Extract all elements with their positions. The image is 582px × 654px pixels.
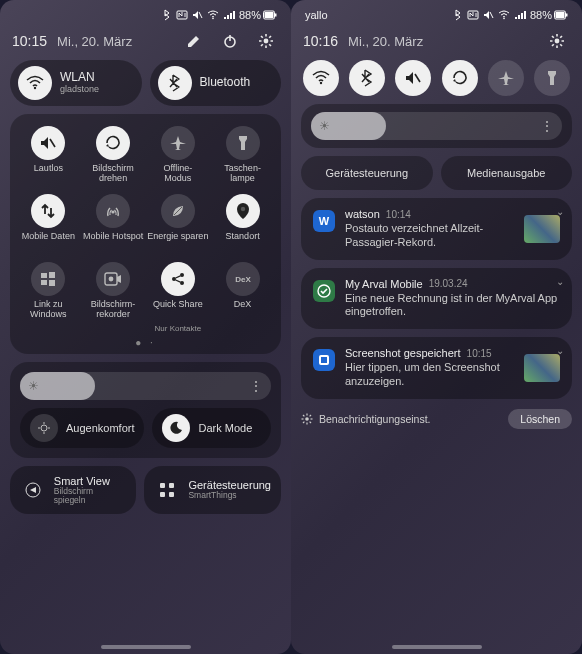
airplane-toggle[interactable] [488,60,524,96]
dark-mode-toggle[interactable]: Dark Mode [152,408,271,448]
header-row: 10:15 Mi., 20. März [10,24,281,58]
eye-comfort-toggle[interactable]: Augenkomfort [20,408,144,448]
moon-icon [162,414,190,442]
bluetooth-icon [158,66,192,100]
power-button[interactable] [217,28,243,54]
nfc-status-icon [176,10,188,20]
leaf-icon [161,194,195,228]
brightness-menu-button[interactable]: ⋮ [540,118,554,134]
settings-button[interactable] [253,28,279,54]
bottom-row: Smart View Bildschirm spiegeln Geräteste… [10,466,281,514]
brightness-panel: ☀ ⋮ [301,104,572,148]
brightness-panel: ☀ ⋮ Augenkomfort Dark Mode [10,362,281,458]
home-indicator[interactable] [392,645,482,649]
qs-item-windows[interactable]: Link zu Windows [16,262,81,333]
notification-thumbnail [524,354,560,382]
qs-item-location[interactable]: Standort [210,194,275,252]
chevron-down-icon[interactable]: ⌄ [556,345,564,356]
status-bar: yallo 88% [301,6,572,24]
device-control-button[interactable]: Gerätesteuerung [301,156,433,190]
qs-item-leaf[interactable]: Energie sparen [146,194,211,252]
svg-line-34 [175,276,180,278]
mute-status-icon [192,10,203,20]
svg-rect-48 [521,13,523,19]
nfc-status-icon [467,10,479,20]
qs-item-airplane[interactable]: Offline-Modus [146,126,211,184]
svg-rect-51 [566,14,568,17]
svg-rect-52 [556,12,565,18]
svg-point-23 [112,210,115,213]
wifi-subtitle: gladstone [60,85,99,95]
svg-rect-6 [233,11,235,19]
header-row: 10:16 Mi., 20. März [301,24,572,58]
bluetooth-toggle[interactable]: Bluetooth [150,60,282,106]
data-icon [31,194,65,228]
settings-button[interactable] [544,28,570,54]
svg-line-18 [269,44,271,46]
qs-item-mute[interactable]: Lautlos [16,126,81,184]
flashlight-toggle[interactable] [534,60,570,96]
svg-line-72 [303,415,304,416]
notification-thumbnail [524,215,560,243]
qs-item-share[interactable]: Quick ShareNur Kontakte [146,262,211,333]
wifi-toggle[interactable]: WLAN gladstone [10,60,142,106]
rotate-toggle[interactable] [442,60,478,96]
media-output-button[interactable]: Medienausgabe [441,156,573,190]
svg-point-24 [240,207,244,211]
device-control-button[interactable]: Gerätesteuerung SmartThings [144,466,281,514]
qs-item-data[interactable]: Mobile Daten [16,194,81,252]
qs-label: Taschen-lampe [224,164,261,184]
rotate-icon [96,126,130,160]
qs-item-flash[interactable]: Taschen-lampe [210,126,275,184]
mute-status-icon [483,10,494,20]
bluetooth-toggle[interactable] [349,60,385,96]
svg-point-30 [109,277,114,282]
notification-time: 19.03.24 [429,278,468,289]
notification-card[interactable]: Wwatson10:14Postauto verzeichnet Allzeit… [301,198,572,260]
svg-line-22 [50,139,55,147]
svg-line-60 [552,44,554,46]
svg-rect-4 [227,15,229,19]
home-indicator[interactable] [101,645,191,649]
svg-line-44 [490,12,493,18]
notification-app: Screenshot gespeichert [345,347,461,359]
edit-button[interactable] [181,28,207,54]
smart-view-button[interactable]: Smart View Bildschirm spiegeln [10,466,136,514]
notification-card[interactable]: Screenshot gespeichert10:15Hier tippen, … [301,337,572,399]
notification-app: My Arval Mobile [345,278,423,290]
qs-label: Bildschirm drehen [81,164,146,184]
qs-item-dex[interactable]: DeXDeX [210,262,275,333]
battery-percent: 88% [239,9,261,21]
wifi-status-icon [207,10,219,20]
left-phone: 88% 10:15 Mi., 20. März WLAN gladstone [0,0,291,654]
wifi-icon [18,66,52,100]
qs-item-rotate[interactable]: Bildschirm drehen [81,126,146,184]
svg-rect-3 [224,17,226,19]
qs-item-hotspot[interactable]: Mobile Hotspot [81,194,146,252]
wifi-toggle[interactable] [303,60,339,96]
chevron-down-icon[interactable]: ⌄ [556,206,564,217]
qs-label: Lautlos [34,164,63,184]
svg-rect-47 [518,15,520,19]
page-indicator[interactable]: ● · [16,337,275,348]
svg-rect-26 [49,272,55,278]
notification-message: Hier tippen, um den Screenshot anzuzeige… [345,361,514,389]
svg-line-19 [261,44,263,46]
brightness-slider[interactable]: ☀ ⋮ [20,372,271,400]
location-icon [226,194,260,228]
brightness-slider[interactable]: ☀ ⋮ [311,112,562,140]
svg-text:DeX: DeX [235,275,251,284]
device-control-sub: SmartThings [188,491,271,500]
notification-card[interactable]: My Arval Mobile19.03.24Eine neue Rechnun… [301,268,572,330]
qs-item-record[interactable]: Bildschirm-rekorder [81,262,146,333]
svg-rect-39 [160,483,165,488]
notification-settings-link[interactable]: Benachrichtigungseinst. [319,413,431,425]
notification-app: watson [345,208,380,220]
mute-toggle[interactable] [395,60,431,96]
svg-line-63 [415,74,420,82]
clear-button[interactable]: Löschen [508,409,572,429]
svg-point-67 [305,417,309,421]
chevron-down-icon[interactable]: ⌄ [556,276,564,287]
brightness-menu-button[interactable]: ⋮ [249,378,263,394]
airplane-icon [161,126,195,160]
